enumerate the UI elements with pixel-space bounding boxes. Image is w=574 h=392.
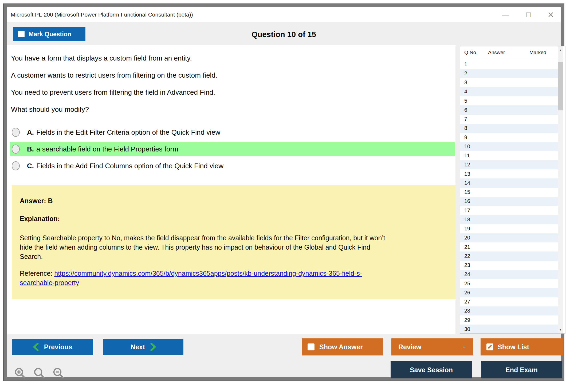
question-list-row[interactable]: 1 bbox=[460, 60, 558, 69]
question-list-row[interactable]: 26 bbox=[460, 288, 558, 297]
question-list-row[interactable]: 19 bbox=[460, 224, 558, 233]
question-number: 1 bbox=[464, 61, 467, 67]
option-text: a searchable field on the Field Properti… bbox=[36, 145, 178, 153]
question-list-row[interactable]: 5 bbox=[460, 96, 558, 105]
question-list-row[interactable]: 8 bbox=[460, 124, 558, 133]
question-list-row[interactable]: 15 bbox=[460, 188, 558, 197]
chevron-left-icon bbox=[33, 343, 39, 351]
question-number: 8 bbox=[464, 125, 467, 131]
question-number: 26 bbox=[464, 290, 470, 296]
previous-button[interactable]: Previous bbox=[12, 339, 93, 355]
question-list-row[interactable]: 20 bbox=[460, 233, 558, 242]
question-panel: You have a form that displays a custom f… bbox=[7, 45, 455, 334]
radio-button[interactable] bbox=[12, 145, 20, 154]
question-number: 20 bbox=[464, 235, 470, 241]
review-button[interactable]: Review ▲ bbox=[391, 338, 473, 355]
end-exam-button[interactable]: End Exam bbox=[481, 361, 562, 378]
question-number: 29 bbox=[464, 317, 470, 323]
question-list-row[interactable]: 13 bbox=[460, 169, 558, 178]
question-list-scrollbar[interactable]: ▲ ▼ bbox=[558, 46, 563, 333]
question-number: 30 bbox=[464, 326, 470, 332]
question-list-row[interactable]: 30 bbox=[460, 325, 558, 333]
question-list: 1234567891011121314151617181920212223242… bbox=[460, 60, 565, 333]
zoom-out-icon[interactable] bbox=[52, 367, 65, 380]
scroll-down-icon[interactable]: ▼ bbox=[558, 326, 563, 333]
checkmark-icon: ✔ bbox=[487, 344, 492, 350]
question-number: 11 bbox=[464, 153, 470, 159]
explanation-label: Explanation: bbox=[20, 215, 449, 223]
question-number: 27 bbox=[464, 299, 470, 305]
question-list-row[interactable]: 27 bbox=[460, 297, 558, 306]
radio-button[interactable] bbox=[12, 161, 20, 170]
review-label: Review bbox=[398, 343, 421, 351]
question-list-row[interactable]: 10 bbox=[460, 142, 558, 151]
question-line: You need to prevent users from filtering… bbox=[11, 84, 217, 101]
question-list-row[interactable]: 11 bbox=[460, 151, 558, 160]
maximize-icon[interactable]: □ bbox=[526, 11, 531, 18]
question-number: 15 bbox=[464, 189, 470, 195]
save-session-button[interactable]: Save Session bbox=[391, 361, 472, 378]
explanation-body-line: Setting Searchable property to No, makes… bbox=[20, 233, 449, 243]
show-answer-checkbox[interactable] bbox=[308, 343, 314, 350]
next-label: Next bbox=[131, 343, 145, 351]
close-icon[interactable]: × bbox=[548, 10, 554, 20]
question-list-row[interactable]: 25 bbox=[460, 279, 558, 288]
minimize-icon[interactable]: — bbox=[502, 11, 509, 18]
question-number: 2 bbox=[464, 70, 467, 77]
question-list-header: Q No. Answer Marked bbox=[460, 46, 565, 59]
question-text: You have a form that displays a custom f… bbox=[11, 50, 217, 118]
question-number: 12 bbox=[464, 162, 470, 168]
question-list-row[interactable]: 28 bbox=[460, 306, 558, 315]
option-letter: A. bbox=[27, 128, 34, 136]
triangle-up-icon[interactable]: ▲ bbox=[462, 345, 466, 349]
option-text: Fields in the Add Find Columns option of… bbox=[36, 162, 223, 170]
answer-option[interactable]: C.Fields in the Add Find Columns option … bbox=[10, 159, 455, 173]
question-list-row[interactable]: 2 bbox=[460, 69, 558, 78]
question-number: 16 bbox=[464, 198, 470, 204]
question-list-row[interactable]: 17 bbox=[460, 206, 558, 215]
magnifier-icon[interactable] bbox=[33, 367, 46, 380]
question-list-row[interactable]: 16 bbox=[460, 197, 558, 206]
question-number: 13 bbox=[464, 171, 470, 177]
zoom-in-icon[interactable] bbox=[14, 367, 27, 380]
show-list-checkbox[interactable]: ✔ bbox=[486, 343, 493, 350]
answer-label: Answer: B bbox=[20, 197, 449, 205]
option-letter: B. bbox=[27, 145, 34, 153]
question-list-row[interactable]: 6 bbox=[460, 105, 558, 114]
question-list-row[interactable]: 29 bbox=[460, 315, 558, 325]
next-button[interactable]: Next bbox=[103, 339, 183, 355]
scroll-up-icon[interactable]: ▲ bbox=[558, 47, 563, 53]
question-line: A customer wants to restrict users from … bbox=[11, 67, 217, 84]
scrollbar-thumb[interactable] bbox=[558, 62, 563, 110]
question-list-row[interactable]: 14 bbox=[460, 178, 558, 187]
question-list-row[interactable]: 21 bbox=[460, 242, 558, 251]
question-list-row[interactable]: 18 bbox=[460, 215, 558, 224]
question-list-row[interactable]: 4 bbox=[460, 87, 558, 96]
question-list-row[interactable]: 12 bbox=[460, 160, 558, 169]
show-list-button[interactable]: ✔ Show List bbox=[481, 338, 563, 355]
explanation-body: Setting Searchable property to No, makes… bbox=[20, 233, 449, 261]
option-label: B.a searchable field on the Field Proper… bbox=[27, 145, 178, 153]
question-list-row[interactable]: 9 bbox=[460, 133, 558, 142]
question-number: 14 bbox=[464, 180, 470, 186]
question-number: 22 bbox=[464, 253, 470, 259]
question-list-row[interactable]: 22 bbox=[460, 251, 558, 261]
radio-button[interactable] bbox=[12, 128, 20, 137]
reference-label: Reference: bbox=[20, 270, 52, 277]
question-counter: Question 10 of 15 bbox=[7, 30, 561, 39]
answer-option[interactable]: B.a searchable field on the Field Proper… bbox=[10, 142, 455, 156]
question-number: 23 bbox=[464, 262, 470, 268]
question-list-row[interactable]: 3 bbox=[460, 78, 558, 87]
option-text: Fields in the Edit Filter Criteria optio… bbox=[36, 128, 220, 136]
question-list-row[interactable]: 24 bbox=[460, 270, 558, 279]
question-list-row[interactable]: 7 bbox=[460, 115, 558, 124]
show-answer-button[interactable]: Show Answer bbox=[302, 338, 383, 355]
question-list-row[interactable]: 23 bbox=[460, 261, 558, 270]
question-number: 9 bbox=[464, 134, 467, 141]
answer-option[interactable]: A.Fields in the Edit Filter Criteria opt… bbox=[10, 125, 455, 139]
reference-link[interactable]: https://community.dynamics.com/365/b/dyn… bbox=[20, 270, 449, 287]
chevron-right-icon bbox=[150, 343, 156, 351]
save-session-label: Save Session bbox=[410, 366, 453, 374]
reference-link-line: https://community.dynamics.com/365/b/dyn… bbox=[54, 270, 362, 277]
question-number: 5 bbox=[464, 98, 467, 104]
